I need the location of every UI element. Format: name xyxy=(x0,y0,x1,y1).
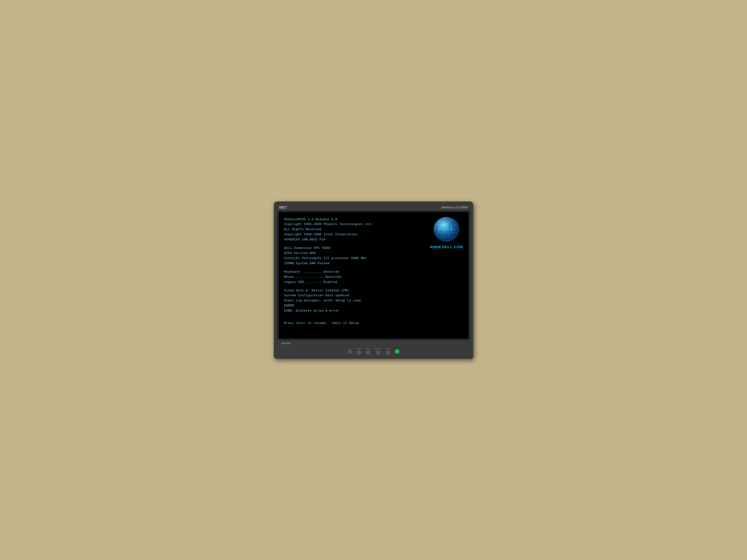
monitor-model: MultiSync LCD 1850E xyxy=(442,206,468,209)
btn-group-auto: auto xyxy=(366,348,370,355)
btn-group-accweb: acc/web xyxy=(375,348,382,355)
bios-line17: System Configuration Data updated xyxy=(284,293,463,298)
input-button[interactable] xyxy=(386,350,390,355)
bios-section-2: Dell Dimension XPS T600r BIOS Version A0… xyxy=(284,246,463,266)
btn-group-menu: menu xyxy=(357,348,361,355)
power-led xyxy=(395,349,399,354)
bios-section-3: Keyboard .......... Detected Mouse .....… xyxy=(284,270,463,285)
accweb-button[interactable] xyxy=(376,350,380,355)
screen: PhoenixBIOS 4.0 Release 6.0 Copyright 19… xyxy=(279,212,468,339)
bios-line18: Event Log messages, enter Setup to view xyxy=(284,298,463,303)
bios-press-prompt: Press <Esc> to resume, <Del> to Setup xyxy=(284,321,463,326)
scene: NEC MultiSync LCD 1850E PhoenixBIOS 4.0 … xyxy=(0,0,747,560)
bios-section-4: Fixed Disk 0: Maxtor 51024U2-(PM) System… xyxy=(284,288,463,314)
menu-button[interactable] xyxy=(357,350,361,355)
bios-line8: BIOS Version A09 xyxy=(284,251,463,256)
dell-url: WWW.DELL.COM xyxy=(430,245,463,249)
power-button[interactable] xyxy=(348,349,352,354)
dell-globe-svg: DELL xyxy=(432,217,461,243)
bios-line16: Fixed Disk 0: Maxtor 51024U2-(PM) xyxy=(284,288,463,293)
auto-button[interactable] xyxy=(366,350,370,355)
bios-section-5: Press <Esc> to resume, <Del> to Setup xyxy=(284,321,463,326)
bios-line10: 256MB System RAM Passed xyxy=(284,261,463,266)
btn-input-label: input xyxy=(386,348,390,350)
bios-line13: Mouse .............. Detected xyxy=(284,275,463,280)
bios-line9: Intel(R) Pentium(R) III processor 600E M… xyxy=(284,256,463,261)
monitor-buttons: menu auto acc/web input xyxy=(280,347,467,356)
btn-auto-label: auto xyxy=(366,348,370,350)
btn-menu-label: menu xyxy=(357,348,361,350)
nec-brand: NEC xyxy=(279,205,287,209)
bios-line12: Keyboard .......... Detected xyxy=(284,270,463,275)
monitor-top-bar: NEC MultiSync LCD 1850E xyxy=(277,205,470,211)
btn-group-1 xyxy=(348,349,352,354)
btn-group-input: input xyxy=(386,348,390,355)
btn-accweb-label: acc/web xyxy=(375,348,382,350)
bios-line14: Legacy USB ........ Enabled xyxy=(284,280,463,285)
svg-text:DELL: DELL xyxy=(438,225,454,231)
dell-logo-area: DELL WWW.DELL.COM xyxy=(430,217,463,249)
xtraview-label: XtraView xyxy=(280,342,291,345)
btn-group-power xyxy=(395,349,399,354)
screen-bezel: PhoenixBIOS 4.0 Release 6.0 Copyright 19… xyxy=(277,211,470,340)
monitor-bottom-bar: XtraView menu auto acc/web xyxy=(277,340,470,359)
monitor: NEC MultiSync LCD 1850E PhoenixBIOS 4.0 … xyxy=(274,202,473,359)
bios-error: ERROR xyxy=(284,303,463,309)
bios-error-detail: 02B0: Diskette drive A error xyxy=(284,309,463,314)
